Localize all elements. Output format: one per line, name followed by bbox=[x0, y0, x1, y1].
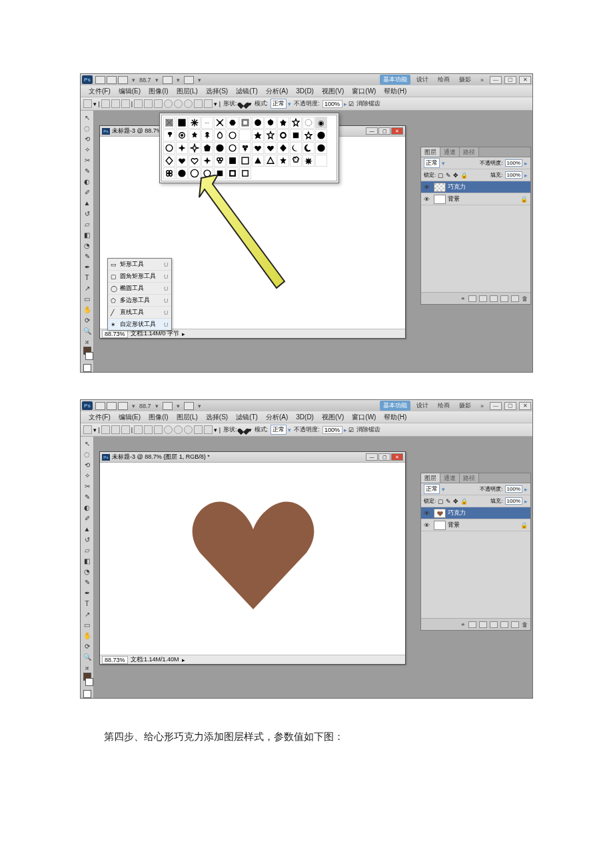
shape-cell[interactable] bbox=[214, 129, 226, 141]
adjust-icon[interactable] bbox=[490, 295, 498, 302]
hand-tool-icon[interactable]: ✋ bbox=[83, 631, 92, 640]
lock-move-icon[interactable]: ✥ bbox=[453, 498, 458, 505]
visibility-icon[interactable]: 👁 bbox=[421, 184, 432, 191]
lock-trans-icon[interactable]: ▢ bbox=[438, 498, 444, 505]
shape-cell[interactable] bbox=[239, 142, 251, 154]
custom-shape-icon[interactable] bbox=[204, 99, 213, 108]
shape-cell[interactable] bbox=[163, 129, 175, 141]
gradient-tool-icon[interactable]: ◧ bbox=[83, 557, 92, 565]
shape-cell[interactable] bbox=[227, 142, 239, 154]
lock-paint-icon[interactable]: ✎ bbox=[446, 172, 451, 179]
background-swatch[interactable] bbox=[85, 352, 93, 360]
flyout-custom[interactable]: ✶自定形状工具U bbox=[108, 319, 171, 330]
menu-view[interactable]: 视图(V) bbox=[318, 413, 348, 422]
shape-picker-flyout-icon[interactable]: ◉ bbox=[315, 117, 327, 129]
shape-heart-outline[interactable] bbox=[189, 155, 201, 167]
quickmask-icon[interactable] bbox=[83, 690, 91, 698]
shape-cell[interactable] bbox=[290, 155, 302, 167]
shape-cell[interactable] bbox=[201, 129, 213, 141]
wand-tool-icon[interactable]: ✧ bbox=[83, 145, 92, 154]
menu-image[interactable]: 图像(I) bbox=[145, 87, 172, 96]
stamp-tool-icon[interactable]: ▲ bbox=[83, 525, 92, 533]
path-select-icon[interactable]: ↗ bbox=[83, 284, 92, 293]
doc-info-arrow-icon[interactable]: ▸ bbox=[182, 657, 185, 663]
shape-tool-icon[interactable]: ▭ bbox=[83, 295, 92, 303]
tool-preset-icon[interactable] bbox=[83, 99, 92, 108]
new-layer-icon[interactable] bbox=[511, 295, 519, 302]
workspace-photo[interactable]: 摄影 bbox=[456, 401, 474, 411]
doc-max-icon[interactable]: ▢ bbox=[378, 127, 390, 135]
flyout-ellipse[interactable]: ◯椭圆工具U bbox=[108, 283, 171, 295]
shape-picker-popup[interactable]: ⋯ ◉ bbox=[159, 113, 339, 183]
shape-cell[interactable] bbox=[252, 142, 264, 154]
menu-window[interactable]: 窗口(W) bbox=[348, 87, 380, 96]
shape-cell[interactable] bbox=[277, 155, 289, 167]
pen-tool-icon[interactable]: ✒ bbox=[83, 589, 92, 597]
minibridge-icon[interactable] bbox=[107, 76, 117, 84]
dodge-tool-icon[interactable]: ✎ bbox=[83, 578, 92, 587]
doc-min-icon[interactable]: — bbox=[366, 127, 378, 135]
heal-tool-icon[interactable]: ◐ bbox=[83, 177, 92, 186]
shape-cell[interactable] bbox=[227, 155, 239, 167]
flyout-rect[interactable]: ▭矩形工具U bbox=[108, 259, 171, 271]
roundrect-shape-icon[interactable] bbox=[164, 99, 173, 108]
polygon-shape-icon[interactable] bbox=[184, 99, 193, 108]
doc-max-icon[interactable]: ▢ bbox=[378, 453, 390, 461]
line-shape-icon[interactable] bbox=[194, 99, 203, 108]
shape-cell[interactable] bbox=[176, 129, 188, 141]
shape-cell[interactable] bbox=[176, 117, 188, 129]
shape-cell[interactable] bbox=[315, 142, 327, 154]
arrange-icon[interactable] bbox=[163, 402, 173, 410]
shape-cell[interactable] bbox=[239, 167, 251, 179]
lasso-tool-icon[interactable]: ⟲ bbox=[83, 135, 92, 143]
shape-cell[interactable] bbox=[252, 117, 264, 129]
window-min-icon[interactable]: — bbox=[490, 402, 502, 410]
gradient-tool-icon[interactable]: ◧ bbox=[83, 231, 92, 239]
extras-icon[interactable] bbox=[184, 76, 194, 84]
shape-cell[interactable] bbox=[163, 155, 175, 167]
shape-cell[interactable] bbox=[163, 117, 175, 129]
stamp-tool-icon[interactable]: ▲ bbox=[83, 199, 92, 207]
layer-opacity-input[interactable]: 100% bbox=[505, 159, 522, 167]
shape-cell[interactable] bbox=[265, 155, 277, 167]
shape-tool-icon[interactable]: ▭ bbox=[83, 621, 92, 629]
marquee-tool-icon[interactable]: ◌ bbox=[83, 450, 92, 459]
history-brush-icon[interactable]: ↺ bbox=[83, 535, 92, 544]
document-canvas[interactable] bbox=[100, 463, 405, 655]
paths-icon[interactable] bbox=[111, 99, 120, 108]
quickmask-icon[interactable] bbox=[83, 364, 91, 372]
shape-cell[interactable] bbox=[214, 142, 226, 154]
eraser-tool-icon[interactable]: ▱ bbox=[83, 220, 92, 229]
shape-donut[interactable] bbox=[189, 167, 201, 179]
lock-all-icon[interactable]: 🔒 bbox=[460, 498, 468, 505]
eraser-tool-icon[interactable]: ▱ bbox=[83, 546, 92, 555]
shape-cell[interactable] bbox=[189, 117, 201, 129]
lasso-tool-icon[interactable]: ⟲ bbox=[83, 461, 92, 469]
shape-cell[interactable] bbox=[201, 155, 213, 167]
adjust-icon[interactable] bbox=[490, 621, 498, 628]
rotate-tool-icon[interactable]: ⟳ bbox=[83, 316, 92, 325]
layer-background[interactable]: 👁 背景 🔒 bbox=[421, 193, 530, 205]
window-close-icon[interactable]: ✕ bbox=[519, 402, 531, 410]
shape-circle-outline[interactable] bbox=[201, 167, 213, 179]
crop-tool-icon[interactable]: ✂ bbox=[83, 482, 92, 491]
shape-cell[interactable] bbox=[277, 129, 289, 141]
shape-cell[interactable] bbox=[315, 129, 327, 141]
background-swatch[interactable] bbox=[85, 678, 93, 686]
screen-mode-icon[interactable] bbox=[118, 402, 128, 410]
swap-colors-icon[interactable]: ⤭ bbox=[85, 339, 89, 345]
shape-cell[interactable] bbox=[290, 117, 302, 129]
shape-cell[interactable] bbox=[176, 155, 188, 167]
mask-icon[interactable] bbox=[479, 621, 487, 628]
menu-image[interactable]: 图像(I) bbox=[145, 413, 172, 422]
link-icon[interactable]: ⚭ bbox=[460, 295, 466, 302]
heart-shape-icon[interactable] bbox=[240, 426, 247, 433]
menu-select[interactable]: 选择(S) bbox=[202, 413, 232, 422]
bridge-icon[interactable] bbox=[95, 76, 105, 84]
screen-mode-icon[interactable] bbox=[118, 76, 128, 84]
blend-mode[interactable]: 正常 bbox=[424, 158, 440, 168]
shape-cell[interactable] bbox=[163, 142, 175, 154]
doc-min-icon[interactable]: — bbox=[366, 453, 378, 461]
shape-cell[interactable] bbox=[265, 142, 277, 154]
brush-tool-icon[interactable]: ✐ bbox=[83, 514, 92, 523]
